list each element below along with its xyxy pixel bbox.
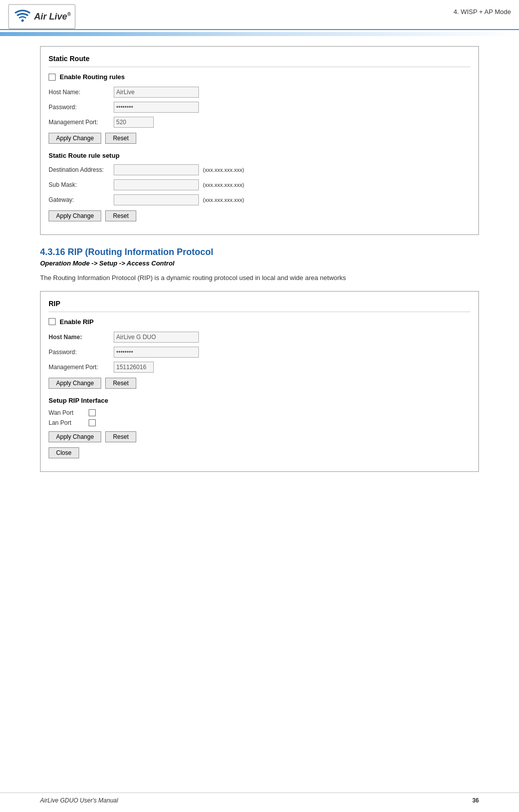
sub-mask-row: Sub Mask: (xxx.xxx.xxx.xxx) <box>49 179 470 190</box>
rip-subheading: Operation Mode -> Setup -> Access Contro… <box>40 259 479 267</box>
rip-password-label: Password: <box>49 349 114 356</box>
management-port-input[interactable] <box>114 117 154 128</box>
rip-button-row-1: Apply Change Reset <box>49 378 470 389</box>
destination-address-hint: (xxx.xxx.xxx.xxx) <box>203 167 244 173</box>
wifi-icon <box>13 7 32 26</box>
sub-mask-hint: (xxx.xxx.xxx.xxx) <box>203 182 244 188</box>
rip-reset-button-2[interactable]: Reset <box>105 431 136 442</box>
rip-close-button[interactable]: Close <box>49 447 79 458</box>
password-row: Password: <box>49 102 470 113</box>
rip-apply-button-1[interactable]: Apply Change <box>49 378 101 389</box>
rip-management-port-input[interactable] <box>114 362 154 373</box>
footer-page: 36 <box>472 797 479 804</box>
enable-rip-label: Enable RIP <box>60 318 94 326</box>
gateway-hint: (xxx.xxx.xxx.xxx) <box>203 197 244 203</box>
enable-rip-checkbox[interactable] <box>49 318 56 325</box>
footer: AirLive GDUO User's Manual 36 <box>0 792 519 804</box>
rip-password-row: Password: <box>49 347 470 358</box>
rip-panel: RIP Enable RIP Host Name: Password: Mana… <box>40 291 479 472</box>
static-route-panel: Static Route Enable Routing rules Host N… <box>40 46 479 235</box>
wan-port-checkbox[interactable] <box>89 409 96 416</box>
enable-routing-label: Enable Routing rules <box>60 73 125 81</box>
host-name-row: Host Name: <box>49 87 470 98</box>
destination-address-row: Destination Address: (xxx.xxx.xxx.xxx) <box>49 164 470 175</box>
gateway-label: Gateway: <box>49 196 114 203</box>
enable-routing-row: Enable Routing rules <box>49 73 470 81</box>
enable-rip-row: Enable RIP <box>49 318 470 326</box>
header: Air Live® 4. WISP + AP Mode <box>0 0 519 30</box>
rip-button-row-2: Apply Change Reset <box>49 431 470 442</box>
rip-password-input[interactable] <box>114 347 199 358</box>
main-content: Static Route Enable Routing rules Host N… <box>0 46 519 472</box>
gateway-row: Gateway: (xxx.xxx.xxx.xxx) <box>49 194 470 205</box>
rip-panel-title: RIP <box>49 300 470 312</box>
gateway-input[interactable] <box>114 194 199 205</box>
rip-host-name-input[interactable] <box>114 332 199 343</box>
header-curve <box>0 32 519 36</box>
static-route-reset-button-1[interactable]: Reset <box>105 133 136 144</box>
management-port-label: Management Port: <box>49 119 114 126</box>
static-route-apply-button-2[interactable]: Apply Change <box>49 210 101 221</box>
logo-area: Air Live® <box>8 4 76 29</box>
destination-address-label: Destination Address: <box>49 166 114 173</box>
footer-left: AirLive GDUO User's Manual <box>40 797 118 804</box>
logo-box: Air Live® <box>8 4 76 29</box>
header-mode-label: 4. WISP + AP Mode <box>453 4 511 16</box>
rip-host-name-label: Host Name: <box>49 334 114 341</box>
static-route-button-row-2: Apply Change Reset <box>49 210 470 221</box>
sub-mask-input[interactable] <box>114 179 199 190</box>
sub-mask-label: Sub Mask: <box>49 181 114 188</box>
logo-text: Air Live® <box>34 12 71 22</box>
password-label: Password: <box>49 104 114 111</box>
static-route-apply-button-1[interactable]: Apply Change <box>49 133 101 144</box>
svg-point-0 <box>22 20 24 22</box>
management-port-row: Management Port: <box>49 117 470 128</box>
rip-interface-title: Setup RIP Interface <box>49 397 470 404</box>
lan-port-checkbox[interactable] <box>89 419 96 426</box>
host-name-input[interactable] <box>114 87 199 98</box>
wan-port-row: Wan Port <box>49 409 470 416</box>
static-route-button-row-1: Apply Change Reset <box>49 133 470 144</box>
host-name-label: Host Name: <box>49 89 114 96</box>
destination-address-input[interactable] <box>114 164 199 175</box>
static-route-reset-button-2[interactable]: Reset <box>105 210 136 221</box>
rip-description: The Routing Information Protocol (RIP) i… <box>40 273 479 283</box>
rip-close-row: Close <box>49 447 470 458</box>
lan-port-row: Lan Port <box>49 419 470 426</box>
rip-management-port-row: Management Port: <box>49 362 470 373</box>
rip-host-name-row: Host Name: <box>49 332 470 343</box>
password-input[interactable] <box>114 102 199 113</box>
static-route-title: Static Route <box>49 55 470 67</box>
lan-port-label: Lan Port <box>49 419 89 426</box>
wan-port-label: Wan Port <box>49 409 89 416</box>
rip-apply-button-2[interactable]: Apply Change <box>49 431 101 442</box>
enable-routing-checkbox[interactable] <box>49 74 56 81</box>
rip-management-port-label: Management Port: <box>49 364 114 371</box>
rip-reset-button-1[interactable]: Reset <box>105 378 136 389</box>
rule-setup-title: Static Route rule setup <box>49 152 470 159</box>
rip-section-heading: 4.3.16 RIP (Routing Information Protocol <box>40 247 479 257</box>
